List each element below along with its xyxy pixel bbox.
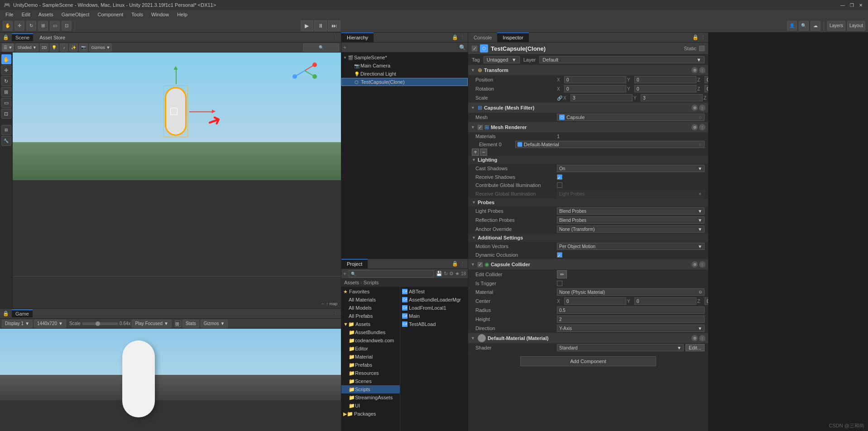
- breadcrumb-scripts[interactable]: Scripts: [364, 280, 379, 285]
- shading-button[interactable]: Shaded ▼: [15, 43, 38, 52]
- additional-section-header[interactable]: ▼ Additional Settings: [468, 234, 708, 242]
- proj-codeandweb[interactable]: 📁 codeandweb.com: [341, 336, 400, 345]
- mesh-renderer-header[interactable]: ▼ ✓ ⊞ Mesh Renderer ⚙ ⋮: [468, 122, 708, 132]
- receive-gi-dropdown[interactable]: Light Probes ▼: [557, 190, 705, 197]
- maximize-game-button[interactable]: ⊞: [175, 321, 181, 327]
- audio-button[interactable]: ♪: [60, 43, 68, 52]
- reflection-probes-dropdown[interactable]: Blend Probes ▼: [557, 216, 705, 224]
- shader-dropdown[interactable]: Standard ▼: [557, 344, 684, 351]
- menu-file[interactable]: File: [2, 11, 17, 18]
- game-display-button[interactable]: Display 1 ▼: [2, 320, 33, 328]
- mesh-renderer-enabled[interactable]: ✓: [478, 125, 483, 130]
- rotate-tool-button[interactable]: ↻: [26, 21, 36, 31]
- step-button[interactable]: ⏭: [328, 20, 340, 31]
- proj-ui[interactable]: 📁 UI: [341, 402, 400, 410]
- project-add-button[interactable]: +: [343, 271, 346, 277]
- proj-assets-header[interactable]: ▼📁 Assets: [341, 320, 400, 328]
- play-focused-button[interactable]: Play Focused ▼: [132, 320, 172, 328]
- proj-all-materials[interactable]: All Materials: [341, 296, 400, 304]
- file-loadfromlocal[interactable]: C# LoadFromLocal1: [400, 304, 468, 312]
- position-y-input[interactable]: [634, 76, 696, 83]
- layers-button[interactable]: Layers: [827, 21, 845, 31]
- game-resolution-button[interactable]: 1440x720 ▼: [34, 320, 66, 328]
- tab-scene[interactable]: Scene: [12, 34, 33, 41]
- hier-item-dirlight[interactable]: 💡 Directional Light: [341, 70, 468, 78]
- proj-resources[interactable]: 📁 Resources: [341, 369, 400, 377]
- project-settings-button[interactable]: ⚙: [449, 271, 454, 277]
- lighting-button[interactable]: 💡: [50, 43, 58, 52]
- light-probes-dropdown[interactable]: Blend Probes ▼: [557, 207, 705, 215]
- transform-scene-tool[interactable]: ⊡: [1, 109, 11, 119]
- height-input[interactable]: [557, 316, 705, 323]
- menu-component[interactable]: Component: [94, 11, 127, 18]
- transform-tool-button[interactable]: ⊡: [62, 21, 72, 31]
- hierarchy-menu-icon[interactable]: ⋮: [460, 34, 465, 40]
- transform-settings-button[interactable]: ⚙: [691, 67, 698, 73]
- mesh-renderer-settings-button[interactable]: ⚙: [691, 124, 698, 130]
- tab-project[interactable]: Project: [341, 259, 368, 268]
- transform-header[interactable]: ▼ ⊕ Transform ⚙ ⋮: [468, 65, 708, 75]
- file-testabload[interactable]: C# TestABLoad: [400, 320, 468, 328]
- file-assetbundleloader[interactable]: C# AssetBundleLoaderMgr: [400, 296, 468, 304]
- proj-assetbundles[interactable]: 📁 AssetBundles: [341, 328, 400, 336]
- probes-section-header[interactable]: ▼ Probes: [468, 198, 708, 206]
- rotation-y-input[interactable]: [634, 85, 696, 92]
- scene-menu-button[interactable]: ⋮: [333, 34, 338, 40]
- pause-button[interactable]: ⏸: [314, 20, 327, 31]
- hier-item-testcapsule[interactable]: ⬡ TestCapsule(Clone): [341, 78, 468, 86]
- proj-packages[interactable]: ▶📁 Packages: [341, 410, 400, 418]
- proj-scripts[interactable]: 📁 Scripts: [341, 385, 400, 393]
- center-y-input[interactable]: [634, 297, 696, 305]
- search-scene-input[interactable]: 🔍: [303, 43, 339, 52]
- proj-material[interactable]: 📁 Material: [341, 353, 400, 361]
- proj-all-prefabs[interactable]: All Prefabs: [341, 312, 400, 320]
- scale-lock-icon[interactable]: 🔗: [557, 96, 562, 101]
- cast-shadows-dropdown[interactable]: On ▼: [557, 165, 705, 172]
- element0-value[interactable]: Default-Material ⊙: [515, 141, 705, 148]
- transform-menu-button[interactable]: ⋮: [699, 67, 705, 73]
- fx-button[interactable]: ✨: [69, 43, 78, 52]
- rotate-scene-tool[interactable]: ↻: [1, 76, 11, 86]
- add-component-button[interactable]: Add Component: [520, 356, 656, 366]
- mesh-filter-menu-button[interactable]: ⋮: [699, 105, 705, 111]
- scale-slider[interactable]: [82, 322, 118, 325]
- lighting-section-header[interactable]: ▼ Lighting: [468, 156, 708, 164]
- rect-tool-button[interactable]: ▭: [50, 21, 60, 31]
- direction-dropdown[interactable]: Y-Axis ▼: [557, 325, 705, 332]
- project-refresh-button[interactable]: ↻: [444, 271, 448, 277]
- hierarchy-add-button[interactable]: +: [343, 44, 346, 51]
- play-button[interactable]: ▶: [301, 20, 313, 31]
- proj-streamingassets[interactable]: 📁 StreamingAssets: [341, 393, 400, 402]
- collider-material-dropdown[interactable]: None (Physic Material) ⊙: [557, 288, 705, 296]
- receive-shadows-checkbox[interactable]: ✓: [557, 174, 562, 180]
- shader-edit-button[interactable]: Edit...: [686, 344, 705, 351]
- capsule-collider-header[interactable]: ▼ ✓ ◉ Capsule Collider ⚙ ⋮: [468, 259, 708, 269]
- material-settings-button[interactable]: ⚙: [691, 335, 698, 341]
- cloud-button[interactable]: ☁: [810, 21, 820, 31]
- mesh-renderer-menu-button[interactable]: ⋮: [699, 124, 705, 130]
- scene-camera-button[interactable]: 📷: [79, 43, 88, 52]
- position-x-input[interactable]: [564, 76, 626, 83]
- menu-edit[interactable]: Edit: [18, 11, 34, 18]
- inspector-lock-icon[interactable]: 🔒: [692, 34, 699, 40]
- project-save-button[interactable]: 💾: [436, 271, 442, 277]
- capsule-collider-menu-button[interactable]: ⋮: [699, 261, 705, 268]
- scale-scene-tool[interactable]: ⊞: [1, 87, 11, 97]
- material-header[interactable]: ▼ Default-Material (Material) ⚙ ⋮: [468, 333, 708, 343]
- proj-favorites-header[interactable]: ★ Favorites: [341, 287, 400, 296]
- move-tool-button[interactable]: ✛: [14, 21, 24, 31]
- mat-add-button[interactable]: +: [472, 148, 479, 156]
- dynamic-occlusion-checkbox[interactable]: ✓: [557, 252, 562, 258]
- project-menu-icon[interactable]: ⋮: [460, 261, 465, 267]
- edit-collider-button[interactable]: ✏: [557, 270, 567, 278]
- rect-scene-tool[interactable]: ▭: [1, 98, 11, 108]
- tab-game[interactable]: Game: [12, 310, 33, 317]
- inspector-menu-icon[interactable]: ⋮: [700, 34, 705, 40]
- scene-viewport[interactable]: ➜ ← ↑ map: [13, 53, 341, 308]
- menu-window[interactable]: Window: [148, 11, 173, 18]
- layer-dropdown[interactable]: Default ▼: [539, 56, 705, 63]
- hier-item-samplescene[interactable]: ▼ 🎬 SampleScene*: [341, 53, 468, 62]
- mesh-filter-settings-button[interactable]: ⚙: [691, 105, 698, 111]
- menu-help[interactable]: Help: [173, 11, 191, 18]
- tag-dropdown[interactable]: Untagged ▼: [484, 56, 520, 63]
